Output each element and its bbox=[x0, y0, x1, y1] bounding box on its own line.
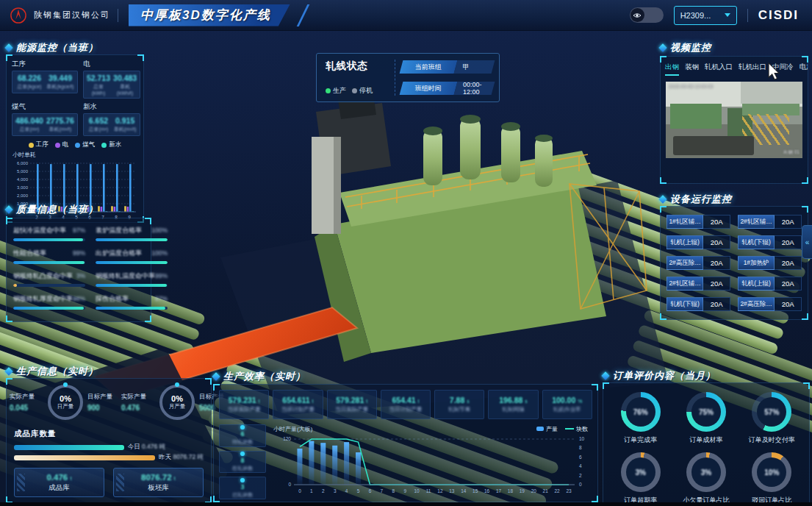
equipment-cell: 2#高压除…20A bbox=[738, 297, 802, 311]
status-legend-label: 停机 bbox=[359, 86, 373, 96]
energy-metric-unit: 总量(kWh) bbox=[87, 83, 110, 96]
svg-text:0: 0 bbox=[298, 488, 301, 493]
svg-text:8: 8 bbox=[392, 488, 395, 493]
quality-item-label: 出炉温度合格率 bbox=[96, 249, 142, 258]
order-donut-ring: 57% bbox=[752, 392, 791, 432]
video-tab-4[interactable]: 轧机出口 bbox=[739, 63, 766, 76]
side-tile-label: 已轧块数 bbox=[232, 491, 253, 499]
efficiency-panel: 生产效率（实时） 579.231 t当班实际产量654.611 t当班计划产量5… bbox=[213, 369, 598, 502]
energy-legend-item: 煤气 bbox=[75, 140, 95, 149]
inventory-bar-label: 今日 0.476 吨 bbox=[128, 443, 166, 452]
svg-text:120: 120 bbox=[283, 436, 291, 441]
hourly-legend-item: 块数 bbox=[565, 425, 588, 433]
line-status-title: 轧线状态 bbox=[326, 60, 389, 73]
svg-text:3,000: 3,000 bbox=[17, 185, 29, 190]
line-status-panel: 轧线状态 生产停机 当前班组甲班组时间00:00-12:00 bbox=[316, 53, 500, 102]
quality-item-label: 性能合格率 bbox=[13, 249, 46, 258]
quality-item: 钢板终轧厚度命中率98% bbox=[13, 294, 85, 310]
target-output-value: 900 bbox=[87, 404, 121, 412]
equipment-title: 设备运行监控 bbox=[670, 193, 732, 206]
quality-item: 钢板终轧凸度命中率3% bbox=[13, 271, 85, 287]
equipment-value: 20A bbox=[775, 235, 802, 249]
svg-text:2: 2 bbox=[322, 488, 325, 493]
corner-bracket-decor bbox=[6, 378, 12, 385]
svg-text:6: 6 bbox=[369, 488, 372, 493]
efficiency-tile-value: 7.88 s bbox=[450, 396, 470, 405]
efficiency-tile-label: 轧制节奏 bbox=[448, 406, 470, 413]
energy-metric-value: 6.652 bbox=[87, 116, 110, 125]
orders-panel: 订单评价内容（当月） 76%订单完成率75%订单成材率57%订单及时交付率3%订… bbox=[603, 369, 810, 502]
energy-legend: 工序电煤气新水 bbox=[7, 138, 143, 150]
quality-item-bar bbox=[13, 307, 84, 310]
energy-group-box: 6.652总量(m³)0.915单耗(m³/t) bbox=[83, 113, 140, 136]
efficiency-side-tile: 8在轧块数 bbox=[219, 451, 266, 474]
ring-percent: 0% bbox=[171, 394, 183, 403]
corner-bracket-decor bbox=[802, 177, 808, 184]
video-feed-decor bbox=[673, 136, 754, 155]
energy-metric: 68.226总量(kgce) bbox=[15, 74, 43, 90]
svg-text:2,000: 2,000 bbox=[17, 193, 29, 198]
energy-metric: 0.915单耗(m³/t) bbox=[113, 116, 137, 133]
energy-metric: 30.483单耗(kWh/t) bbox=[113, 74, 137, 96]
device-select-dropdown[interactable]: H2309... bbox=[674, 6, 737, 25]
hourly-chart-legend: 产量块数 bbox=[536, 425, 592, 433]
line-status-chip: 当前班组 bbox=[400, 60, 458, 74]
energy-group-name: 电 bbox=[83, 60, 140, 69]
equipment-cell: 轧机(下辊)20A bbox=[738, 235, 802, 249]
energy-metric: 52.713总量(kWh) bbox=[87, 74, 110, 96]
svg-text:14: 14 bbox=[461, 488, 467, 493]
actual-output: 实际产量0.476 bbox=[121, 393, 155, 412]
panel-collapse-handle[interactable]: « bbox=[802, 225, 812, 259]
video-tab-2[interactable]: 装钢 bbox=[685, 63, 699, 76]
video-tab-1[interactable]: 出钢 bbox=[665, 63, 679, 76]
corner-bracket-decor bbox=[660, 177, 667, 184]
inventory-stat-box: 8076.72 t板坯库 bbox=[113, 468, 204, 497]
order-donut-ring: 3% bbox=[686, 452, 726, 492]
video-tab-5[interactable]: 中间冷 bbox=[772, 63, 794, 76]
energy-metric-value: 2775.76 bbox=[46, 116, 74, 125]
equipment-label: 轧机(下辊) bbox=[738, 235, 775, 249]
efficiency-side-tiles: 6待轧块数8在轧块数3已轧块数 bbox=[219, 424, 266, 499]
energy-legend-label: 煤气 bbox=[82, 140, 95, 149]
video-feed-decor bbox=[741, 82, 802, 104]
actual-output-value: 0.476 bbox=[121, 404, 155, 412]
energy-group-name: 煤气 bbox=[12, 102, 78, 112]
quality-item-top: 钢板终轧温度命中率99% bbox=[96, 271, 168, 281]
quality-item-value: 99% bbox=[73, 249, 85, 257]
energy-legend-item: 电 bbox=[55, 140, 69, 149]
quality-item-bar bbox=[96, 261, 168, 264]
order-donut-ring: 75% bbox=[686, 392, 726, 432]
equipment-label: 2#高压除… bbox=[738, 297, 775, 311]
svg-text:22: 22 bbox=[555, 488, 561, 493]
equipment-value: 20A bbox=[775, 215, 802, 229]
chevron-down-icon bbox=[725, 13, 730, 17]
quality-item-bar bbox=[13, 261, 85, 264]
video-tab-6[interactable]: 电加热 bbox=[800, 63, 808, 76]
inventory-bar-number: 0.476 吨 bbox=[142, 443, 165, 450]
efficiency-tile: 196.88 s轧制间隔 bbox=[488, 390, 538, 419]
video-tab-3[interactable]: 轧机入口 bbox=[705, 63, 733, 76]
side-tile-label: 待轧块数 bbox=[232, 438, 253, 446]
order-donut: 76%订单完成率 bbox=[608, 392, 673, 445]
order-donut: 10%驳回订单占比 bbox=[739, 452, 805, 505]
quality-item-top: 钢板终轧凸度命中率3% bbox=[13, 271, 85, 281]
svg-text:3: 3 bbox=[334, 488, 337, 493]
svg-text:9: 9 bbox=[403, 488, 406, 493]
svg-text:2: 2 bbox=[579, 473, 582, 478]
energy-group: 煤气486.040总量(m³)2775.76单耗(m³/t) bbox=[12, 102, 78, 136]
visibility-toggle[interactable] bbox=[630, 7, 664, 23]
energy-group: 工序68.226总量(kgce)39.449单耗(kgce/t) bbox=[12, 60, 78, 99]
energy-legend-label: 工序 bbox=[36, 140, 48, 149]
energy-group-name: 工序 bbox=[12, 60, 78, 69]
corner-bracket-decor bbox=[137, 54, 144, 61]
energy-metric: 6.652总量(m³) bbox=[87, 116, 110, 133]
title-slash-decor bbox=[296, 4, 309, 26]
energy-metric: 486.040总量(m³) bbox=[15, 116, 43, 133]
tile-dot-icon bbox=[240, 452, 245, 456]
video-camera-label: 出钢 01 bbox=[783, 149, 800, 156]
energy-groups: 工序68.226总量(kgce)39.449单耗(kgce/t)电52.713总… bbox=[7, 55, 143, 138]
inventory-bar-number: 8076.72 吨 bbox=[173, 453, 204, 460]
video-feed-decor bbox=[670, 104, 722, 129]
video-feed[interactable]: 2023-09-08 12:00:00 出钢 01 bbox=[666, 82, 802, 158]
svg-text:21: 21 bbox=[543, 488, 549, 493]
